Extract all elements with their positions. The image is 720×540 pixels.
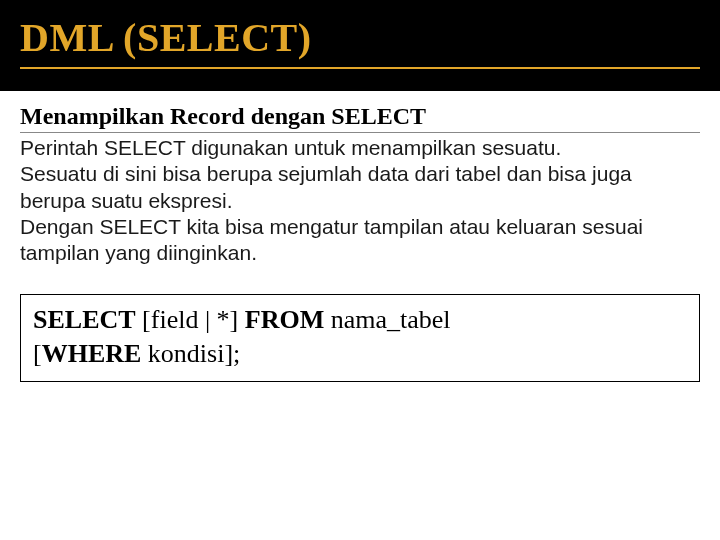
body-line-2: Sesuatu di sini bisa berupa sejumlah dat… (20, 162, 632, 211)
header-bar: DML (SELECT) (0, 0, 720, 91)
syntax-table: nama_tabel (324, 305, 450, 334)
syntax-text: SELECT [field | *] FROM nama_tabel [WHER… (33, 303, 687, 371)
body-text: Perintah SELECT digunakan untuk menampil… (20, 135, 700, 266)
syntax-kw-where: WHERE (42, 339, 142, 368)
body-line-1: Perintah SELECT digunakan untuk menampil… (20, 136, 561, 159)
syntax-opt-close: ]; (224, 339, 240, 368)
section-heading: Menampilkan Record dengan SELECT (20, 103, 700, 133)
content-area: Menampilkan Record dengan SELECT Perinta… (0, 91, 720, 276)
syntax-opt-open: [ (33, 339, 42, 368)
syntax-kw-from: FROM (245, 305, 324, 334)
slide-title: DML (SELECT) (20, 14, 700, 69)
syntax-kw-select: SELECT (33, 305, 136, 334)
body-line-3: Dengan SELECT kita bisa mengatur tampila… (20, 215, 643, 264)
syntax-box: SELECT [field | *] FROM nama_tabel [WHER… (20, 294, 700, 382)
syntax-fields: [field | *] (136, 305, 245, 334)
syntax-cond: kondisi (141, 339, 224, 368)
